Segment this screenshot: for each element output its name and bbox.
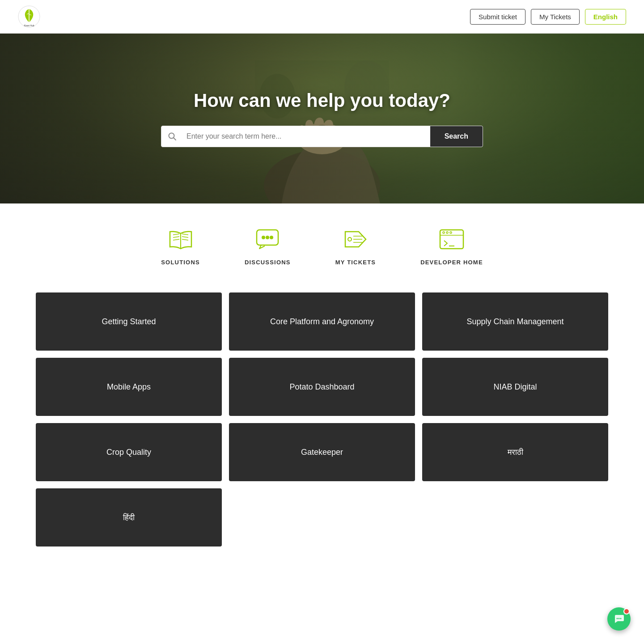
svg-point-24 xyxy=(443,232,445,233)
categories-nav: SOLUTIONS DISCUSSIONS xyxy=(0,203,644,284)
svg-point-29 xyxy=(619,618,620,619)
language-button[interactable]: English xyxy=(585,9,626,25)
svg-point-28 xyxy=(617,618,618,619)
submit-ticket-button[interactable]: Submit ticket xyxy=(470,9,525,25)
book-icon xyxy=(167,226,194,253)
logo[interactable]: Kisan Hub xyxy=(18,5,40,28)
sidebar-item-my-tickets[interactable]: MY TICKETS xyxy=(335,226,376,266)
svg-point-26 xyxy=(450,232,452,233)
hero-title: How can we help you today? xyxy=(9,90,635,111)
grid-card-gatekeeper[interactable]: Gatekeeper xyxy=(229,423,415,481)
terminal-icon xyxy=(438,226,465,253)
discussions-label: DISCUSSIONS xyxy=(245,259,291,266)
ticket-icon xyxy=(342,226,369,253)
search-icon xyxy=(161,132,183,141)
svg-point-30 xyxy=(620,618,622,619)
svg-point-15 xyxy=(262,236,265,239)
hero-content: How can we help you today? Search xyxy=(0,90,644,147)
sidebar-item-discussions[interactable]: DISCUSSIONS xyxy=(245,226,291,266)
grid-section: Getting Started Core Platform and Agrono… xyxy=(0,284,644,573)
svg-point-25 xyxy=(446,232,448,233)
grid-card-niab-digital[interactable]: NIAB Digital xyxy=(422,358,608,416)
my-tickets-button[interactable]: My Tickets xyxy=(531,9,580,25)
developer-home-label: DEVELOPER HOME xyxy=(420,259,483,266)
grid-card-hindi[interactable]: हिंदी xyxy=(36,488,222,547)
chat-button[interactable] xyxy=(607,607,631,631)
sidebar-item-developer-home[interactable]: DEVELOPER HOME xyxy=(420,226,483,266)
grid-card-mobile-apps[interactable]: Mobile Apps xyxy=(36,358,222,416)
header-nav: Submit ticket My Tickets English xyxy=(470,9,626,25)
grid-card-getting-started[interactable]: Getting Started xyxy=(36,292,222,351)
my-tickets-label: MY TICKETS xyxy=(335,259,376,266)
chat-icon-button xyxy=(613,613,625,625)
search-input[interactable] xyxy=(183,126,430,147)
grid-card-marathi[interactable]: मराठी xyxy=(422,423,608,481)
hero-section: How can we help you today? Search xyxy=(0,34,644,203)
chat-icon xyxy=(254,226,281,253)
grid-card-potato-dashboard[interactable]: Potato Dashboard xyxy=(229,358,415,416)
chat-badge xyxy=(623,608,630,614)
search-bar: Search xyxy=(161,126,483,147)
svg-text:Kisan Hub: Kisan Hub xyxy=(24,24,34,27)
sidebar-item-solutions[interactable]: SOLUTIONS xyxy=(161,226,200,266)
grid-card-core-platform[interactable]: Core Platform and Agronomy xyxy=(229,292,415,351)
header: Kisan Hub Submit ticket My Tickets Engli… xyxy=(0,0,644,34)
grid-card-crop-quality[interactable]: Crop Quality xyxy=(36,423,222,481)
solutions-label: SOLUTIONS xyxy=(161,259,200,266)
search-button[interactable]: Search xyxy=(430,126,483,147)
grid-container: Getting Started Core Platform and Agrono… xyxy=(36,292,608,547)
grid-card-supply-chain[interactable]: Supply Chain Management xyxy=(422,292,608,351)
svg-point-16 xyxy=(266,236,269,239)
svg-point-17 xyxy=(270,236,273,239)
svg-point-18 xyxy=(348,237,352,241)
